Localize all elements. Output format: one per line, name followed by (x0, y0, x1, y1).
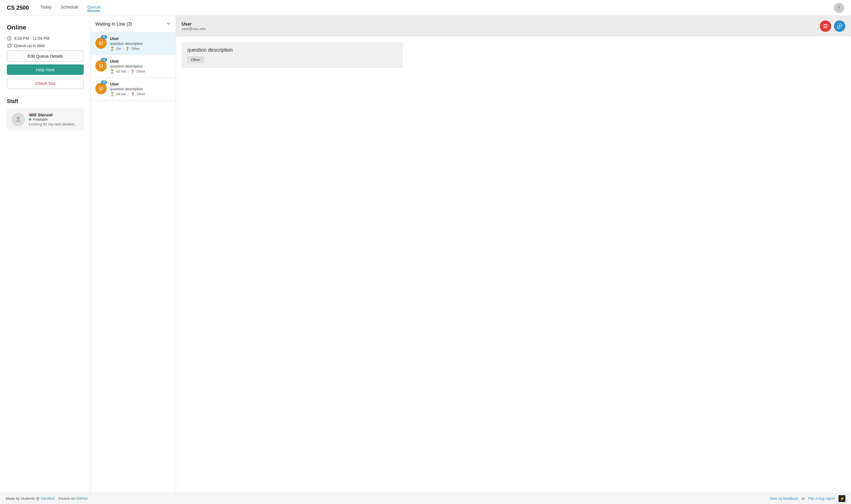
queue-panel: Waiting In Line (3) #1 U User question d… (91, 16, 176, 493)
queue-item-1-category: Other (131, 47, 140, 51)
staff-card: Will Stenzel Available Looking for my ne… (7, 108, 84, 130)
queue-item-2-meta: ⏳ 43 min | ❓ Other (110, 70, 171, 73)
help-next-button[interactable]: Help Next (7, 65, 84, 75)
time-range: 8:34 PM - 11:04 PM (14, 36, 50, 40)
queue-item-3-meta: ⏳ 26 min | ❓ Other (110, 92, 171, 96)
staff-avatar (11, 113, 25, 126)
hourglass-icon-3: ⏳ (110, 92, 114, 96)
question-icon-1: ❓ (125, 47, 129, 51)
footer-github-link[interactable]: GitHub (76, 496, 87, 501)
footer-feedback-link[interactable]: Give us feedback (769, 496, 798, 501)
time-row: 8:34 PM - 11:04 PM (7, 36, 84, 41)
queue-badge-2: #2 (101, 58, 107, 61)
queue-item-3-desc: question description (110, 87, 171, 91)
queue-item-1-desc: question description (110, 41, 171, 46)
staff-status-text: Available (33, 117, 48, 122)
queue-item-2-category: Other (137, 70, 145, 73)
staff-name: Will Stenzel (29, 112, 77, 117)
queue-item-3[interactable]: #3 U User question description ⏳ 26 min … (91, 78, 176, 101)
detail-panel: User user@neu.edu (176, 16, 851, 493)
footer-bug-report-link[interactable]: File a bug report (808, 496, 835, 501)
staff-status-row: Available (29, 117, 77, 122)
staff-info: Will Stenzel Available Looking for my ne… (29, 112, 77, 126)
svg-point-2 (17, 116, 19, 119)
user-icon (836, 5, 842, 11)
queue-item-1[interactable]: #1 U User question description ⏳ 1hr | ❓… (91, 32, 176, 55)
check-out-button[interactable]: Check Out (7, 78, 84, 89)
staff-note: Looking for my next student... (29, 122, 77, 126)
nav-schedule[interactable]: Schedule (61, 4, 78, 11)
clock-icon (7, 36, 12, 41)
tag-badge: Other (187, 56, 204, 63)
detail-name: User (182, 22, 206, 27)
queue-item-3-info: User question description ⏳ 26 min | ❓ O… (110, 82, 171, 96)
queue-item-2-time: 43 min (116, 70, 126, 73)
detail-email: user@neu.edu (182, 27, 206, 31)
detail-actions (820, 20, 845, 32)
queue-item-2-info: User question description ⏳ 43 min | ❓ O… (110, 59, 171, 73)
staff-section: Staff Will Stenzel Available Looking for… (7, 98, 84, 130)
delete-button[interactable] (820, 20, 831, 32)
queue-item-3-time: 26 min (116, 92, 126, 96)
user-avatar-3: U (95, 83, 107, 94)
nav-queue[interactable]: Queue (87, 4, 100, 11)
lightning-icon: ⚡ (838, 495, 845, 502)
queue-item-2-desc: question description (110, 64, 171, 68)
nav-today[interactable]: Today (40, 4, 52, 11)
staff-label: Staff (7, 98, 84, 104)
queue-title: Waiting In Line (3) (95, 22, 132, 27)
queue-header: Waiting In Line (3) (91, 16, 176, 32)
footer-left: Made by students @ Sandbox . Source on G… (6, 496, 90, 501)
sidebar: Online 8:34 PM - 11:04 PM Queue up to da… (0, 16, 91, 493)
online-label: Online (7, 24, 84, 31)
footer-made-by: Made by students @ (6, 496, 40, 501)
separator-2: | (128, 70, 129, 73)
sync-icon (7, 43, 12, 48)
queue-item-1-time: 1hr (116, 47, 121, 51)
trash-icon (822, 23, 828, 29)
svg-point-0 (838, 6, 840, 8)
queue-badge-3: #3 (101, 80, 107, 84)
footer-period: . (89, 496, 90, 501)
status-dot (29, 118, 31, 121)
question-card: question description Other (182, 42, 403, 68)
user-avatar-1: U (95, 37, 107, 49)
separator-3: | (128, 92, 129, 96)
detail-body: question description Other (176, 36, 851, 493)
queue-item-1-info: User question description ⏳ 1hr | ❓ Othe… (110, 36, 171, 51)
app-title: CS 2500 (7, 4, 29, 11)
link-icon (837, 23, 843, 29)
separator-1: | (123, 47, 123, 51)
queue-item-3-category: Other (137, 92, 145, 96)
edit-queue-button[interactable]: Edit Queue Details (7, 51, 84, 61)
queue-list: #1 U User question description ⏳ 1hr | ❓… (91, 32, 176, 493)
question-icon-3: ❓ (130, 92, 135, 96)
detail-header: User user@neu.edu (176, 16, 851, 36)
footer: Made by students @ Sandbox . Source on G… (0, 493, 851, 504)
top-nav: CS 2500 Today Schedule Queue (0, 0, 851, 16)
hourglass-icon-1: ⏳ (110, 47, 114, 51)
main-layout: Online 8:34 PM - 11:04 PM Queue up to da… (0, 16, 851, 493)
detail-user-info: User user@neu.edu (182, 22, 206, 31)
question-text: question description (187, 47, 397, 53)
user-avatar-button[interactable] (834, 3, 844, 13)
user-avatar-2: U (95, 60, 107, 72)
queue-item-2-name: User (110, 59, 171, 64)
footer-or: or (802, 496, 805, 501)
queue-badge-1: #1 (101, 35, 107, 39)
queue-item-1-meta: ⏳ 1hr | ❓ Other (110, 47, 171, 51)
chevron-down-icon (166, 21, 171, 26)
hourglass-icon-2: ⏳ (110, 70, 114, 73)
queue-item-3-name: User (110, 82, 171, 86)
footer-source-text: . Source on (56, 496, 76, 501)
queue-collapse-button[interactable] (166, 21, 171, 27)
link-button[interactable] (834, 20, 845, 32)
nav-links: Today Schedule Queue (40, 4, 834, 11)
staff-avatar-icon (14, 115, 22, 123)
queue-status-row: Queue up to date (7, 43, 84, 48)
queue-item-1-name: User (110, 36, 171, 41)
question-icon-2: ❓ (130, 70, 135, 73)
queue-item-2[interactable]: #2 U User question description ⏳ 43 min … (91, 55, 176, 78)
footer-sandbox-link[interactable]: Sandbox (40, 496, 55, 501)
footer-right: Give us feedback or File a bug report ⚡ (769, 495, 845, 502)
